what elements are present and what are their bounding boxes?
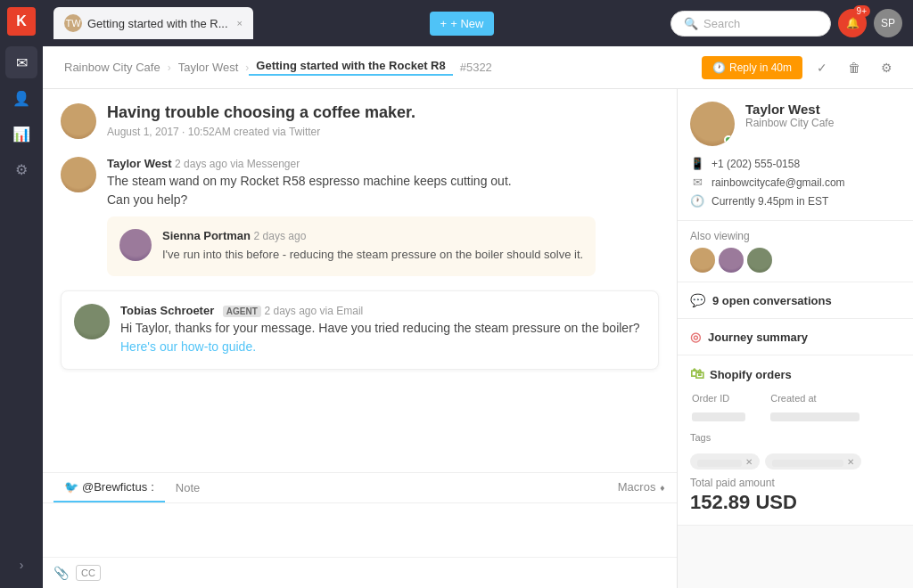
breadcrumb-taylor-west[interactable]: Taylor West — [171, 61, 246, 74]
active-tab[interactable]: TW Getting started with the R... × — [53, 7, 253, 39]
order-id-value — [692, 412, 745, 421]
notification-count: 9+ — [853, 5, 870, 17]
sidebar-item-reports[interactable]: 📊 — [5, 118, 37, 150]
viewer-1 — [690, 248, 715, 273]
new-button-label: + New — [450, 17, 483, 30]
shopify-orders-section: 🛍 Shopify orders Order ID Created at Tag… — [678, 355, 913, 526]
contact-timezone: Currently 9.45pm in EST — [711, 195, 828, 208]
message-body-0: Taylor West 2 days ago via Messenger The… — [107, 157, 596, 276]
cc-button[interactable]: CC — [76, 565, 101, 581]
topbar: TW Getting started with the R... × + + N… — [43, 0, 913, 46]
created-at-header: Created at — [770, 393, 899, 407]
tab-label: Getting started with the R... — [87, 17, 228, 30]
sidebar-item-settings[interactable]: ⚙ — [5, 153, 37, 185]
also-viewing-label: Also viewing — [690, 230, 901, 242]
compose-macros-button[interactable]: Macros ⬧ — [618, 473, 666, 502]
delete-button[interactable]: 🗑 — [842, 55, 867, 80]
left-sidebar: K ✉ 👤 📊 ⚙ › — [0, 0, 43, 588]
also-viewing-section: Also viewing — [678, 221, 913, 282]
email-icon: ✉ — [690, 176, 704, 189]
original-message-content: Having trouble choosing a coffee maker. … — [107, 103, 415, 139]
tag-2-remove[interactable]: ✕ — [847, 457, 854, 467]
tab-avatar: TW — [64, 14, 82, 32]
bell-icon: 🔔 — [846, 17, 860, 29]
tag-1-remove[interactable]: ✕ — [745, 457, 753, 467]
open-conversations-header[interactable]: 💬 9 open conversations — [690, 293, 901, 307]
contact-email: rainbowcitycafe@gmail.com — [711, 176, 845, 189]
message-text-0: The steam wand on my Rocket R58 espresso… — [107, 172, 596, 209]
sidebar-item-contacts[interactable]: 👤 — [5, 82, 37, 114]
settings-button[interactable]: ⚙ — [874, 55, 899, 80]
journey-summary-label: Journey summary — [708, 331, 808, 344]
sidebar-item-inbox[interactable]: ✉ — [5, 46, 37, 78]
contact-phone: +1 (202) 555-0158 — [711, 158, 800, 170]
agent-message: Tobias Schroeter AGENT 2 days ago via Em… — [61, 290, 659, 370]
original-message-title: Having trouble choosing a coffee maker. — [107, 103, 415, 122]
compose-channel-tab[interactable]: 🐦 @Brewfictus : — [53, 473, 165, 502]
open-conversations-section[interactable]: 💬 9 open conversations — [678, 282, 913, 319]
shopify-tag-2: ✕ — [765, 453, 861, 470]
tag-1-value — [697, 460, 742, 467]
shopify-icon: 🛍 — [690, 366, 704, 382]
right-sidebar: Taylor West Rainbow City Cafe 📱 +1 (202)… — [677, 89, 913, 588]
compose-area: 🐦 @Brewfictus : Note Macros ⬧ 📎 CC — [43, 472, 677, 588]
reply-button[interactable]: 🕐 Reply in 40m — [702, 56, 802, 79]
compose-note-tab[interactable]: Note — [165, 473, 210, 502]
online-indicator — [724, 135, 733, 144]
clock-icon: 🕐 — [712, 61, 726, 74]
shopify-header: 🛍 Shopify orders — [690, 366, 901, 382]
chat-messages: Having trouble choosing a coffee maker. … — [43, 89, 677, 472]
main-content: TW Getting started with the R... × + + N… — [43, 0, 913, 588]
breadcrumb-current-ticket[interactable]: Getting started with the Rocket R8 — [249, 59, 452, 76]
new-conversation-button[interactable]: + + New — [430, 12, 495, 36]
message-avatar-0 — [61, 157, 96, 192]
notifications-button[interactable]: 🔔 9+ — [838, 9, 867, 37]
agent-avatar — [74, 304, 110, 339]
tab-close-button[interactable]: × — [237, 19, 243, 29]
total-label: Total paid amount — [690, 477, 901, 489]
reply-meta-0: 2 days ago — [254, 230, 307, 242]
viewer-avatars — [690, 248, 901, 273]
message-meta-0: 2 days ago via Messenger — [175, 158, 300, 170]
howto-link[interactable]: Here's our how-to guide. — [120, 339, 256, 354]
tag-2-value — [772, 460, 843, 467]
contact-phone-row: 📱 +1 (202) 555-0158 — [690, 157, 901, 170]
agent-message-body: Tobias Schroeter AGENT 2 days ago via Em… — [120, 304, 646, 356]
contact-email-row: ✉ rainbowcitycafe@gmail.com — [690, 176, 901, 189]
search-icon: 🔍 — [684, 17, 698, 30]
content-area: Having trouble choosing a coffee maker. … — [43, 89, 913, 588]
contact-card: Taylor West Rainbow City Cafe 📱 +1 (202)… — [678, 89, 913, 221]
checkmark-button[interactable]: ✓ — [810, 55, 835, 80]
reply-button-label: Reply in 40m — [729, 61, 792, 74]
contact-company: Rainbow City Cafe — [745, 117, 834, 129]
shopify-table: Order ID Created at — [690, 391, 901, 423]
search-placeholder-text: Search — [703, 17, 740, 30]
journey-summary-section[interactable]: ◎ Journey summary — [678, 319, 913, 355]
attachment-icon[interactable]: 📎 — [53, 566, 69, 580]
reply-author-0: Sienna Portman 2 days ago — [162, 229, 583, 242]
ticket-actions: 🕐 Reply in 40m ✓ 🗑 ⚙ — [702, 55, 899, 80]
sidebar-collapse-arrow[interactable]: › — [5, 549, 37, 581]
breadcrumb-rainbow-city[interactable]: Rainbow City Cafe — [57, 61, 168, 74]
search-bar[interactable]: 🔍 Search — [670, 11, 831, 37]
reply-content-0: Sienna Portman 2 days ago I've run into … — [162, 229, 583, 264]
contact-avatar — [690, 102, 735, 146]
shopify-label: Shopify orders — [710, 368, 792, 381]
contact-header: Taylor West Rainbow City Cafe — [690, 102, 901, 146]
compose-text-area[interactable] — [43, 503, 677, 557]
phone-icon: 📱 — [690, 157, 704, 170]
reply-text-0: I've run into this before - reducing the… — [162, 246, 583, 264]
compose-channel-sep: : — [151, 480, 154, 494]
shopify-tags: ✕ ✕ — [690, 453, 901, 470]
contact-info-name: Taylor West Rainbow City Cafe — [745, 102, 834, 129]
chat-area: Having trouble choosing a coffee maker. … — [43, 89, 677, 588]
compose-tabs: 🐦 @Brewfictus : Note Macros ⬧ — [43, 473, 677, 503]
new-button-plus-icon: + — [440, 17, 448, 30]
user-avatar[interactable]: SP — [874, 9, 902, 37]
journey-summary-header[interactable]: ◎ Journey summary — [690, 330, 901, 344]
agent-author: Tobias Schroeter AGENT 2 days ago via Em… — [120, 304, 646, 317]
shopify-tag-1: ✕ — [690, 453, 760, 470]
reply-block-0: Sienna Portman 2 days ago I've run into … — [107, 216, 596, 276]
breadcrumb-bar: Rainbow City Cafe › Taylor West › Gettin… — [43, 46, 913, 89]
original-message-avatar — [61, 103, 96, 139]
